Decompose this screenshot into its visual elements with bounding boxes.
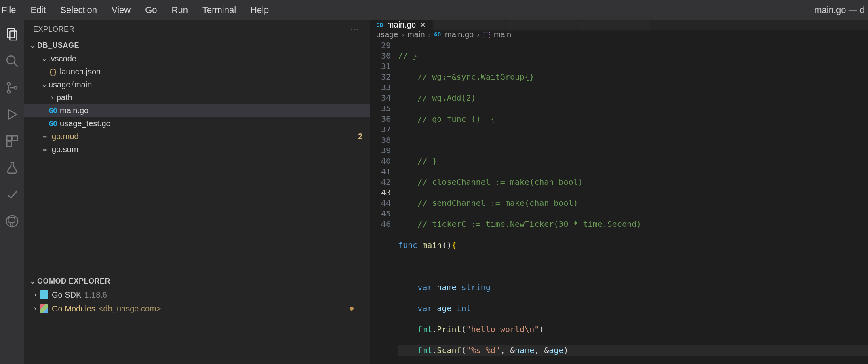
breadcrumb-main-folder[interactable]: main (407, 30, 425, 39)
go-file-icon: GO (376, 22, 383, 28)
window-title: main.go — d (814, 5, 868, 15)
editor-group: GO main.go ✕ usage › main › GO main.go ›… (370, 20, 868, 364)
svg-point-4 (7, 83, 10, 85)
breadcrumb-sep-icon: › (428, 30, 431, 39)
tree-file-launch-json[interactable]: {} launch.json (24, 65, 370, 78)
gomod-explorer-section: ⌄ GOMOD EXPLORER › Go SDK 1.18.6 › Go Mo… (24, 274, 370, 364)
tree-file-usage-test-go[interactable]: GO usage_test.go (24, 117, 370, 130)
sidebar: EXPLORER ··· ⌄ DB_USAGE ⌄ .vscode {} lau… (24, 20, 370, 364)
svg-point-2 (7, 56, 15, 64)
menu-go[interactable]: Go (138, 0, 164, 20)
menu-run[interactable]: Run (164, 0, 195, 20)
go-file-icon: GO (434, 31, 441, 38)
json-icon: {} (48, 68, 58, 76)
tab-label: main.go (387, 20, 416, 30)
file-tree: ⌄ .vscode {} launch.json ⌄ usage/main › … (24, 52, 370, 156)
tree-folder-usage-main[interactable]: ⌄ usage/main (24, 78, 370, 91)
svg-rect-8 (13, 136, 17, 140)
gomod-section-title: GOMOD EXPLORER (37, 277, 110, 286)
activity-testing-icon[interactable] (4, 160, 20, 176)
code-content[interactable]: // } // wg:=&sync.WaitGroup{} // wg.Add(… (398, 39, 868, 364)
gomod-section-header[interactable]: ⌄ GOMOD EXPLORER (24, 274, 370, 288)
svg-point-5 (7, 90, 10, 93)
breadcrumb-sep-icon: › (402, 30, 405, 39)
symbol-package-icon: ⬚ (483, 30, 491, 39)
chevron-right-icon: › (31, 291, 40, 298)
modules-icon (40, 304, 48, 313)
chevron-down-icon: ⌄ (28, 277, 37, 285)
tree-folder-vscode[interactable]: ⌄ .vscode (24, 52, 370, 65)
svg-rect-0 (8, 29, 15, 38)
menu-bar: File Edit Selection View Go Run Terminal… (0, 0, 868, 20)
folder-usage-label: usage (48, 80, 71, 89)
folder-main-label: main (74, 80, 92, 89)
chevron-down-icon: ⌄ (40, 55, 48, 63)
modification-badge: 2 (358, 132, 362, 141)
chevron-right-icon: › (48, 94, 57, 101)
tab-hidden-1[interactable] (433, 20, 506, 30)
chevron-right-icon: › (31, 305, 40, 312)
tab-main-go[interactable]: GO main.go ✕ (370, 20, 433, 30)
project-name: DB_USAGE (37, 41, 79, 50)
menu-help[interactable]: Help (243, 0, 276, 20)
svg-rect-1 (10, 31, 17, 40)
tree-file-go-sum[interactable]: ≡ go.sum (24, 143, 370, 156)
chevron-down-icon: ⌄ (40, 81, 48, 89)
menu-selection[interactable]: Selection (53, 0, 104, 20)
editor-tab-bar: GO main.go ✕ (370, 20, 868, 30)
project-header[interactable]: ⌄ DB_USAGE (24, 38, 370, 52)
activity-search-icon[interactable] (4, 53, 20, 69)
menu-view[interactable]: View (104, 0, 138, 20)
tab-hidden-2[interactable] (506, 20, 578, 30)
activity-bar (0, 20, 24, 364)
activity-extensions-icon[interactable] (4, 133, 20, 149)
tree-folder-path[interactable]: › path (24, 91, 370, 104)
activity-github-icon[interactable] (4, 214, 20, 229)
activity-explorer-icon[interactable] (4, 27, 20, 42)
svg-point-6 (14, 86, 17, 89)
close-icon[interactable]: ✕ (420, 21, 426, 30)
breadcrumb-main-go[interactable]: main.go (445, 30, 474, 39)
file-icon: ≡ (40, 145, 50, 154)
svg-rect-9 (7, 142, 11, 146)
gopher-icon (40, 290, 48, 299)
breadcrumb-usage[interactable]: usage (376, 30, 398, 39)
svg-rect-7 (7, 136, 11, 140)
menu-file[interactable]: File (0, 0, 23, 20)
go-file-icon: GO (48, 106, 58, 115)
code-editor[interactable]: 29303132 33343536 37383940 41424344 4546… (370, 39, 868, 364)
sidebar-more-actions-icon[interactable]: ··· (350, 24, 361, 35)
file-icon: ≡ (40, 132, 50, 141)
chevron-down-icon: ⌄ (28, 42, 37, 49)
go-file-icon: GO (48, 119, 58, 128)
activity-source-control-icon[interactable] (4, 80, 20, 95)
tree-file-main-go[interactable]: GO main.go (24, 104, 370, 117)
breadcrumb-symbol-main[interactable]: main (494, 30, 511, 39)
tab-hidden-3[interactable] (578, 20, 651, 30)
module-status-dot-icon (350, 307, 354, 311)
workbench: EXPLORER ··· ⌄ DB_USAGE ⌄ .vscode {} lau… (0, 20, 868, 364)
gomod-go-modules[interactable]: › Go Modules <db_uasge.com> (24, 302, 370, 315)
breadcrumb[interactable]: usage › main › GO main.go › ⬚ main (370, 30, 868, 39)
tree-file-go-mod[interactable]: ≡ go.mod 2 (24, 130, 370, 143)
line-number-gutter: 29303132 33343536 37383940 41424344 4546 (370, 39, 398, 364)
breadcrumb-sep-icon: › (477, 30, 480, 39)
sidebar-title-label: EXPLORER (33, 25, 350, 34)
menu-terminal[interactable]: Terminal (195, 0, 243, 20)
activity-run-debug-icon[interactable] (4, 107, 20, 122)
sidebar-title: EXPLORER ··· (24, 20, 370, 38)
activity-check-icon[interactable] (4, 187, 20, 202)
svg-line-3 (14, 63, 18, 67)
menu-edit[interactable]: Edit (23, 0, 53, 20)
gomod-go-sdk[interactable]: › Go SDK 1.18.6 (24, 288, 370, 302)
